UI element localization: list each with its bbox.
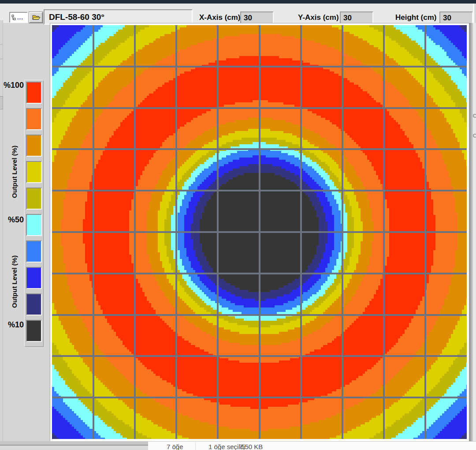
legend-swatch bbox=[27, 294, 41, 315]
measurement-name-field[interactable]: DFL-58-60 30° bbox=[44, 9, 193, 25]
legend-swatch-column bbox=[25, 80, 43, 346]
legend-swatch bbox=[27, 215, 41, 235]
legend-swatch bbox=[27, 241, 41, 262]
x-axis-value-field[interactable]: 30 bbox=[240, 11, 274, 24]
measurement-name-text: DFL-58-60 30° bbox=[45, 10, 192, 24]
legend-swatch-cell[interactable] bbox=[26, 293, 42, 315]
clipped-icon-artifact bbox=[473, 134, 476, 138]
legend-swatch-cell[interactable] bbox=[26, 214, 42, 236]
legend-swatch-cell[interactable] bbox=[26, 240, 42, 262]
scale-tick-50: %50 bbox=[0, 215, 24, 225]
legend-swatch-cell[interactable] bbox=[26, 161, 42, 183]
legend-swatch bbox=[27, 109, 41, 129]
gutter-shadow bbox=[469, 23, 473, 441]
scale-tick-10: %10 bbox=[0, 320, 24, 330]
browse-folder-button[interactable] bbox=[29, 12, 43, 23]
path-glyph-icon bbox=[11, 15, 16, 21]
window-top-border bbox=[0, 0, 476, 4]
height-value-field[interactable]: 30 bbox=[439, 11, 473, 24]
y-axis-value-field[interactable]: 30 bbox=[340, 11, 373, 24]
edge-seam bbox=[0, 59, 3, 59]
panel-handle-tab[interactable] bbox=[0, 96, 3, 109]
legend-swatch bbox=[27, 188, 41, 209]
legend-swatch bbox=[27, 162, 41, 182]
x-axis-label: X-Axis (cm) bbox=[199, 13, 241, 22]
legend-swatch-cell[interactable] bbox=[26, 135, 42, 157]
output-level-axis-title-lower: Output Level (%) bbox=[11, 246, 19, 317]
legend-swatch-cell[interactable] bbox=[26, 108, 42, 130]
legend-swatch-cell[interactable] bbox=[26, 267, 42, 289]
legend-swatch-cell[interactable] bbox=[26, 82, 42, 104]
status-item-count: 7 öğe bbox=[167, 443, 183, 450]
legend-swatch-cell[interactable] bbox=[26, 188, 42, 210]
output-level-axis-title-upper: Output Level (%) bbox=[11, 137, 19, 206]
legend-swatch bbox=[27, 321, 41, 341]
right-gutter bbox=[469, 23, 476, 441]
path-ellipsis: ... bbox=[17, 15, 23, 20]
legend-swatch bbox=[27, 135, 41, 156]
open-folder-icon bbox=[32, 14, 41, 21]
status-bar: 7 öğe 1 öğe seçildi 7,50 KB bbox=[148, 441, 476, 450]
status-separator bbox=[195, 442, 196, 450]
scale-tick-100: %100 bbox=[0, 81, 24, 90]
legend-swatch bbox=[27, 82, 41, 103]
file-path-control[interactable]: ... bbox=[9, 12, 28, 23]
y-axis-label: Y-Axis (cm) bbox=[298, 13, 339, 22]
intensity-map-canvas bbox=[52, 25, 467, 439]
clipped-icon-artifact bbox=[473, 114, 476, 118]
status-file-size: 7,50 KB bbox=[239, 443, 263, 450]
edge-seam bbox=[0, 44, 3, 45]
legend-swatch bbox=[27, 268, 41, 288]
window-bottom-edge bbox=[0, 441, 148, 450]
height-label: Height (cm) bbox=[395, 13, 437, 22]
toolbar: ... DFL-58-60 30° X-Axis (cm) 30 Y-Axis … bbox=[0, 4, 474, 23]
legend-swatch-cell[interactable] bbox=[26, 320, 42, 342]
